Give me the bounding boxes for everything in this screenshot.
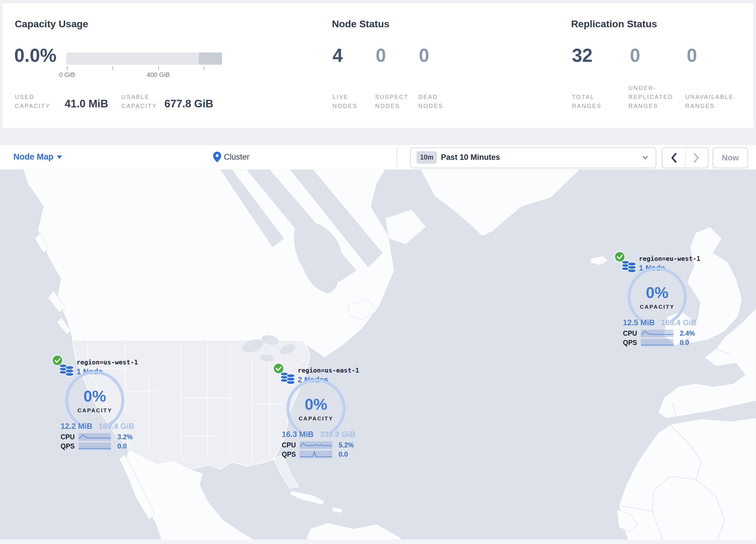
region-used-capacity: 16.3 MiB bbox=[282, 430, 314, 439]
qps-label: QPS bbox=[282, 451, 300, 458]
cpu-sparkline bbox=[79, 433, 111, 441]
cpu-value: 5.2% bbox=[339, 441, 354, 449]
qps-label: QPS bbox=[61, 443, 79, 450]
qps-value: 0.0 bbox=[339, 451, 348, 458]
dead-nodes-label: DEAD NODES bbox=[418, 92, 443, 110]
cpu-value: 2.4% bbox=[680, 330, 695, 338]
time-range-badge: 10m bbox=[417, 151, 437, 164]
region-capacity-label: CAPACITY bbox=[284, 416, 348, 422]
capacity-axis-tick bbox=[112, 66, 113, 70]
qps-sparkline bbox=[79, 443, 111, 450]
cpu-label: CPU bbox=[61, 433, 79, 441]
region-marker-us-east-1[interactable]: region=us-east-1 2 Nodes 0% CAPACITY 16.… bbox=[270, 348, 362, 464]
live-nodes-count: 4 bbox=[332, 46, 343, 65]
cpu-sparkline bbox=[300, 441, 332, 449]
usable-capacity-value: 677.8 GiB bbox=[164, 98, 213, 110]
cpu-value: 3.2% bbox=[117, 433, 132, 441]
chevron-down-icon bbox=[57, 155, 62, 159]
under-replicated-count: 0 bbox=[630, 46, 640, 65]
qps-label: QPS bbox=[623, 339, 641, 347]
total-ranges-count: 32 bbox=[572, 46, 593, 65]
region-usable-capacity: 169.4 GiB bbox=[99, 422, 134, 431]
region-used-capacity: 12.2 MiB bbox=[61, 422, 92, 431]
unavailable-count: 0 bbox=[687, 46, 697, 65]
time-range-label: Past 10 Minutes bbox=[441, 153, 500, 162]
live-nodes-label: LIVE NODES bbox=[332, 92, 357, 110]
unavailable-label: UNAVAILABLE RANGES bbox=[685, 92, 734, 110]
capacity-axis-tick bbox=[204, 66, 204, 70]
capacity-axis-tick bbox=[158, 66, 159, 70]
capacity-bar-axis: 0 GiB400 GiB bbox=[66, 65, 222, 80]
now-button[interactable]: Now bbox=[713, 147, 748, 168]
qps-sparkline bbox=[300, 451, 332, 458]
used-capacity-label: USED CAPACITY bbox=[15, 92, 50, 110]
capacity-axis-tick-label: 0 GiB bbox=[59, 71, 75, 79]
capacity-used-percent: 0.0% bbox=[14, 46, 57, 65]
time-range-dropdown[interactable]: 10m Past 10 Minutes bbox=[410, 147, 656, 168]
under-replicated-label: UNDER- REPLICATED RANGES bbox=[628, 84, 673, 110]
view-selector-node-map[interactable]: Node Map bbox=[13, 152, 54, 162]
region-usable-capacity: 169.4 GiB bbox=[661, 318, 697, 327]
region-name: region=eu-west-1 bbox=[639, 255, 700, 262]
region-name: region=us-west-1 bbox=[77, 359, 138, 366]
capacity-axis-tick-label: 400 GiB bbox=[147, 71, 170, 79]
suspect-nodes-label: SUSPECT NODES bbox=[375, 92, 408, 110]
suspect-nodes-count: 0 bbox=[376, 46, 386, 65]
region-usable-capacity: 338.9 GiB bbox=[320, 430, 355, 439]
region-capacity-percent: 0% bbox=[625, 284, 689, 302]
map-toolbar: Node Map Cluster 10m Past 10 Minutes bbox=[0, 145, 756, 170]
toolbar-divider bbox=[397, 147, 397, 167]
region-capacity-label: CAPACITY bbox=[63, 407, 127, 414]
cockroachdb-cluster-overview: Capacity Usage 0.0% 0 GiB400 GiB USED CA… bbox=[0, 0, 756, 544]
capacity-bar-reserved-segment bbox=[199, 52, 222, 65]
chevron-left-icon bbox=[670, 152, 677, 164]
chevron-down-icon bbox=[642, 155, 648, 159]
prev-time-window-button[interactable] bbox=[662, 148, 686, 168]
region-capacity-label: CAPACITY bbox=[625, 304, 689, 310]
replication-status-title: Replication Status bbox=[571, 18, 657, 30]
cpu-sparkline bbox=[641, 330, 673, 337]
cpu-label: CPU bbox=[282, 441, 300, 449]
region-marker-eu-west-1[interactable]: region=eu-west-1 1 Node 0% CAPACITY 12.5… bbox=[611, 236, 704, 352]
capacity-usage-title: Capacity Usage bbox=[15, 18, 88, 30]
capacity-bar bbox=[66, 52, 222, 65]
bottom-scrollbar-track[interactable] bbox=[0, 540, 756, 544]
cluster-summary-band: Capacity Usage 0.0% 0 GiB400 GiB USED CA… bbox=[2, 3, 754, 128]
qps-sparkline bbox=[641, 339, 673, 347]
total-ranges-label: TOTAL RANGES bbox=[572, 92, 601, 110]
breadcrumb-cluster[interactable]: Cluster bbox=[224, 152, 250, 162]
cpu-label: CPU bbox=[623, 330, 641, 338]
node-status-title: Node Status bbox=[332, 18, 389, 30]
dead-nodes-count: 0 bbox=[419, 46, 429, 65]
usable-capacity-label: USABLE CAPACITY bbox=[121, 92, 157, 110]
region-marker-us-west-1[interactable]: region=us-west-1 1 Node 0% CAPACITY 12.2… bbox=[48, 340, 141, 456]
used-capacity-value: 41.0 MiB bbox=[65, 98, 108, 110]
capacity-axis-tick bbox=[67, 66, 68, 70]
region-used-capacity: 12.5 MiB bbox=[623, 318, 655, 327]
region-name: region=us-east-1 bbox=[298, 367, 359, 374]
region-capacity-percent: 0% bbox=[63, 387, 127, 405]
chevron-right-icon bbox=[693, 152, 700, 164]
next-time-window-button[interactable] bbox=[685, 148, 708, 168]
qps-value: 0.0 bbox=[680, 339, 689, 347]
time-window-nav bbox=[662, 147, 708, 168]
qps-value: 0.0 bbox=[117, 443, 127, 450]
map-pin-icon bbox=[213, 151, 221, 162]
region-capacity-percent: 0% bbox=[284, 395, 348, 413]
